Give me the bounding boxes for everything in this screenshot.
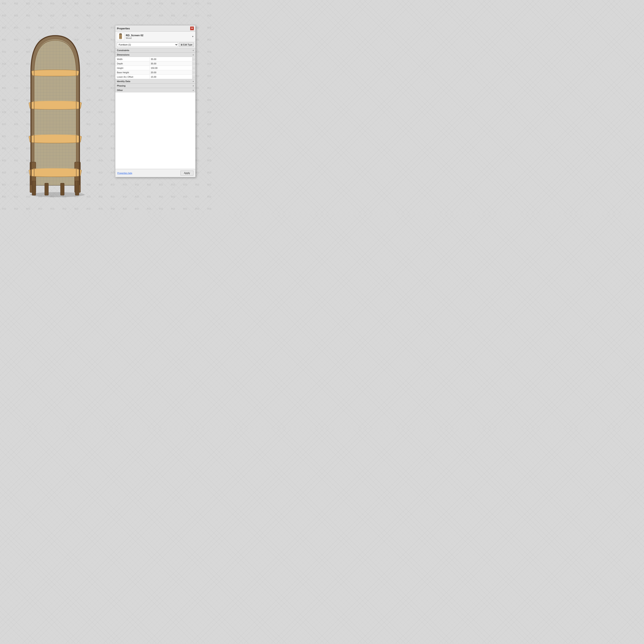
height-label: Height — [115, 66, 150, 70]
object-icon — [117, 33, 124, 40]
edit-type-button[interactable]: ⊞ Edit Type — [179, 42, 194, 47]
object-info: RD_Screen 02 Wood — [126, 34, 190, 39]
dimensions-properties: Width 35.00 … Depth 35.00 … Height 150.0… — [115, 57, 195, 79]
dimensions-label: Dimensions — [117, 54, 129, 56]
dropdown-arrow-icon: ▼ — [192, 35, 194, 38]
svg-rect-62 — [32, 181, 36, 195]
constraints-section-header[interactable]: Constraints « — [115, 48, 195, 53]
lower-arc-offset-row: Lower Arc Offset 15.00 … — [115, 75, 195, 79]
panel-title: Properties — [117, 27, 130, 30]
constraints-label: Constraints — [117, 49, 129, 52]
depth-label: Depth — [115, 62, 150, 65]
width-edit-button[interactable]: … — [192, 57, 195, 61]
width-label: Width — [115, 57, 150, 61]
other-chevron-icon: « — [193, 89, 194, 91]
width-row: Width 35.00 … — [115, 57, 195, 61]
panel-header: Properties ✕ — [115, 25, 195, 32]
empty-space — [115, 92, 195, 169]
phasing-label: Phasing — [117, 85, 126, 87]
identity-data-label: Identity Data — [117, 80, 130, 83]
phasing-section-header[interactable]: Phasing « — [115, 84, 195, 88]
height-edit-button[interactable]: … — [192, 66, 195, 70]
lower-arc-offset-value: 15.00 — [150, 75, 192, 79]
depth-edit-button[interactable]: … — [192, 62, 195, 66]
width-value: 35.00 — [150, 57, 192, 61]
depth-row: Depth 35.00 … — [115, 61, 195, 66]
height-row: Height 150.00 … — [115, 66, 195, 70]
canvas-area — [0, 0, 117, 215]
properties-panel: Properties ✕ RD_Screen 02 Wood ▼ Furnitu… — [115, 25, 196, 177]
furniture-svg — [16, 17, 101, 198]
depth-value: 35.00 — [150, 62, 192, 65]
identity-data-chevron-icon: « — [193, 80, 194, 83]
panel-footer: Properties help Apply — [115, 169, 195, 177]
constraints-chevron-icon: « — [193, 49, 194, 52]
svg-rect-65 — [45, 183, 49, 195]
dimensions-chevron-icon: » — [193, 54, 194, 56]
type-dropdown[interactable]: Furniture (1) — [117, 42, 178, 47]
other-section-header[interactable]: Other « — [115, 88, 195, 92]
apply-button[interactable]: Apply — [181, 171, 193, 175]
base-height-label: Base Height — [115, 71, 150, 74]
base-height-edit-button[interactable]: … — [192, 70, 195, 74]
svg-rect-64 — [75, 181, 79, 195]
object-preview-icon — [118, 33, 123, 40]
object-row: RD_Screen 02 Wood ▼ — [115, 32, 195, 41]
base-height-value: 20.00 — [150, 71, 192, 74]
type-selector-row: Furniture (1) ⊞ Edit Type — [115, 41, 195, 48]
dimensions-section-header[interactable]: Dimensions » — [115, 53, 195, 57]
object-name: RD_Screen 02 — [126, 34, 190, 37]
svg-rect-63 — [60, 183, 64, 195]
identity-data-section-header[interactable]: Identity Data « — [115, 79, 195, 84]
lower-arc-offset-label: Lower Arc Offset — [115, 75, 150, 79]
phasing-chevron-icon: « — [193, 85, 194, 87]
close-button[interactable]: ✕ — [190, 27, 194, 30]
edit-type-grid-icon: ⊞ — [181, 43, 183, 46]
other-label: Other — [117, 89, 123, 91]
object-material: Wood — [126, 37, 190, 39]
base-height-row: Base Height 20.00 … — [115, 70, 195, 75]
lower-arc-offset-edit-button[interactable]: … — [192, 75, 195, 79]
edit-type-label: Edit Type — [183, 43, 192, 46]
height-value: 150.00 — [150, 66, 192, 70]
properties-help-link[interactable]: Properties help — [117, 172, 132, 174]
